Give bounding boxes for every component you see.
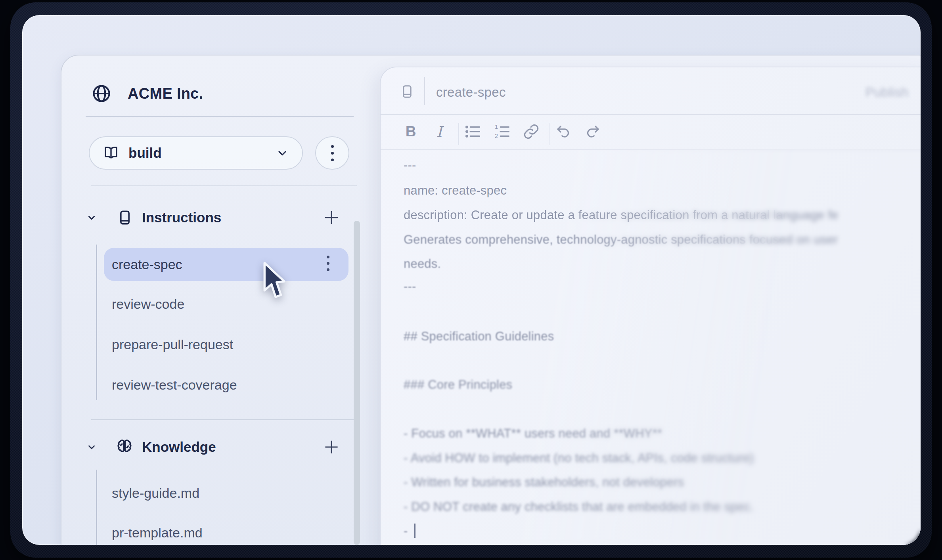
globe-icon <box>91 83 112 104</box>
item-kebab-menu-icon[interactable] <box>327 256 329 271</box>
sidebar-scrollbar[interactable] <box>354 221 360 545</box>
section-collapse-chevron-icon[interactable] <box>86 212 97 223</box>
editor-line: ### Core Principles <box>404 377 512 393</box>
sidebar-item-prepare-pull-request[interactable]: prepare-pull-request <box>112 333 233 355</box>
document-icon <box>400 84 415 99</box>
sidebar-item-review-code[interactable]: review-code <box>112 293 184 315</box>
kebab-menu-icon <box>331 145 334 161</box>
italic-button[interactable]: I <box>431 123 448 140</box>
editor-line: --- <box>404 279 416 294</box>
editor-line: - <box>404 523 415 539</box>
tree-indent-line <box>96 470 97 545</box>
divider <box>91 419 357 420</box>
workspace-menu-button[interactable] <box>315 136 349 170</box>
divider <box>86 116 354 117</box>
sidebar-item-style-guide[interactable]: style-guide.md <box>112 482 199 504</box>
link-button[interactable] <box>522 123 540 140</box>
undo-button[interactable] <box>555 123 573 140</box>
bullet-list-icon <box>463 122 482 141</box>
ordered-list-button[interactable]: 1 2 <box>492 123 511 140</box>
org-name: ACME Inc. <box>128 82 203 105</box>
sidebar-section-knowledge[interactable]: Knowledge <box>142 436 216 458</box>
editor-line: name: create-spec <box>404 183 507 199</box>
editor-line: needs. <box>404 256 441 272</box>
mouse-cursor <box>262 261 286 300</box>
content-blur-overlay <box>514 149 921 545</box>
divider <box>381 114 921 115</box>
undo-icon <box>555 123 572 140</box>
screenshot-stage: ACME Inc. build <box>0 0 942 560</box>
svg-text:2: 2 <box>495 133 498 139</box>
chevron-down-icon <box>276 147 289 159</box>
text-caret <box>414 524 415 538</box>
divider <box>91 185 357 186</box>
tree-indent-line <box>96 245 97 400</box>
toolbar-divider <box>458 123 459 145</box>
sidebar-item-label: create-spec <box>112 248 182 281</box>
section-collapse-chevron-icon[interactable] <box>86 442 97 452</box>
sidebar-item-review-test-coverage[interactable]: review-test-coverage <box>112 374 237 396</box>
open-book-icon <box>103 145 119 161</box>
app-window: ACME Inc. build <box>22 15 921 545</box>
bullet-list-button[interactable] <box>463 123 482 140</box>
doc-title: create-spec <box>436 81 506 103</box>
sidebar-section-instructions[interactable]: Instructions <box>142 206 221 229</box>
sidebar-item-create-spec[interactable]: create-spec <box>104 248 348 281</box>
link-icon <box>523 123 540 140</box>
workspace-label: build <box>128 145 162 161</box>
sidebar-item-pr-template[interactable]: pr-template.md <box>112 522 203 544</box>
svg-text:1: 1 <box>495 124 498 130</box>
workspace-selector[interactable]: build <box>89 136 303 170</box>
add-instruction-button[interactable] <box>323 209 340 226</box>
redo-icon <box>584 123 601 140</box>
ordered-list-icon: 1 2 <box>493 122 511 141</box>
editor-line: --- <box>404 157 416 173</box>
brain-icon <box>115 438 134 457</box>
add-knowledge-button[interactable] <box>323 438 340 456</box>
redo-button[interactable] <box>583 123 601 140</box>
bold-button[interactable]: B <box>402 123 419 140</box>
header-divider <box>424 77 425 105</box>
toolbar-divider <box>549 123 550 145</box>
journal-icon <box>117 209 133 226</box>
publish-button[interactable]: Publish <box>865 85 908 100</box>
